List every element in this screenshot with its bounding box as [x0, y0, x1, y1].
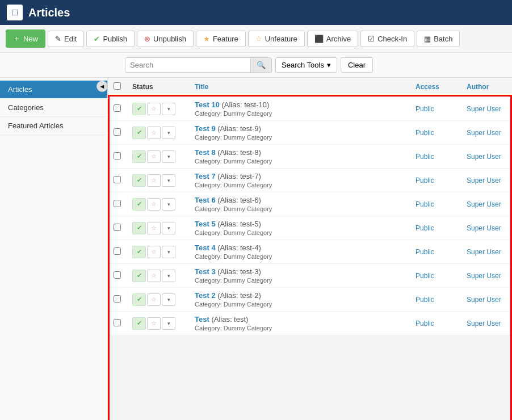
author-value[interactable]: Super User [467, 320, 501, 327]
article-title-link[interactable]: Test (Alias: test) [195, 315, 404, 324]
status-dropdown-btn[interactable]: ▾ [162, 317, 175, 330]
row-checkbox-cell [108, 96, 127, 121]
article-title-link[interactable]: Test 10 (Alias: test-10) [195, 100, 404, 109]
feature-status-btn[interactable]: ☆ [147, 293, 161, 306]
feature-button[interactable]: ★ Feature [196, 31, 246, 47]
publish-status-btn[interactable]: ✔ [132, 317, 146, 330]
row-checkbox[interactable] [114, 200, 121, 207]
article-title-link[interactable]: Test 9 (Alias: test-9) [195, 124, 404, 133]
author-value[interactable]: Super User [467, 224, 501, 232]
articles-table: Status Title Access Author [108, 78, 512, 335]
author-value[interactable]: Super User [467, 129, 501, 137]
row-access-cell: Public [410, 192, 461, 216]
feature-status-btn[interactable]: ☆ [147, 246, 161, 258]
edit-button[interactable]: ✎ Edit [48, 31, 84, 47]
row-checkbox[interactable] [114, 176, 121, 183]
article-title-link[interactable]: Test 7 (Alias: test-7) [195, 172, 404, 180]
table-row: ✔ ☆ ▾ Test 8 (Alias: test-8) Category: D… [108, 145, 512, 169]
article-meta: Category: Dummy Category [195, 253, 404, 260]
row-checkbox[interactable] [114, 152, 121, 159]
row-checkbox[interactable] [114, 295, 121, 303]
feature-status-btn[interactable]: ☆ [147, 270, 161, 282]
row-checkbox[interactable] [114, 224, 121, 231]
author-value[interactable]: Super User [467, 272, 501, 280]
checkin-button[interactable]: ☑ Check-In [360, 31, 414, 47]
content-area: Status Title Access Author [108, 78, 512, 420]
publish-status-btn[interactable]: ✔ [132, 222, 146, 234]
sidebar-item-featured[interactable]: Featured Articles [0, 117, 107, 135]
feature-status-btn[interactable]: ☆ [147, 222, 161, 234]
author-value[interactable]: Super User [467, 200, 501, 208]
batch-button[interactable]: ▦ Batch [417, 31, 460, 47]
table-row: ✔ ☆ ▾ Test 10 (Alias: test-10) Category:… [108, 96, 512, 121]
col-header-author[interactable]: Author [461, 78, 512, 96]
feature-status-btn[interactable]: ☆ [147, 174, 161, 187]
search-tools-button[interactable]: Search Tools ▾ [275, 57, 337, 73]
unfeature-button[interactable]: ☆ Unfeature [248, 31, 305, 47]
article-meta: Category: Dummy Category [195, 158, 404, 165]
feature-status-btn[interactable]: ☆ [147, 150, 161, 163]
feature-status-btn[interactable]: ☆ [147, 103, 161, 115]
publish-status-btn[interactable]: ✔ [132, 198, 146, 211]
table-row: ✔ ☆ ▾ Test 9 (Alias: test-9) Category: D… [108, 121, 512, 145]
row-checkbox[interactable] [114, 247, 121, 255]
clear-button[interactable]: Clear [341, 57, 373, 73]
author-value[interactable]: Super User [467, 177, 501, 184]
sidebar-toggle[interactable]: ◄ [96, 81, 108, 92]
article-title-link[interactable]: Test 2 (Alias: test-2) [195, 291, 404, 300]
row-status-cell: ✔ ☆ ▾ [127, 121, 189, 145]
feature-status-btn[interactable]: ☆ [147, 198, 161, 211]
status-dropdown-btn[interactable]: ▾ [162, 127, 175, 139]
row-checkbox[interactable] [114, 319, 121, 326]
publish-status-btn[interactable]: ✔ [132, 293, 146, 306]
author-value[interactable]: Super User [467, 248, 501, 256]
new-button[interactable]: ＋ New [6, 30, 45, 48]
status-dropdown-btn[interactable]: ▾ [162, 174, 175, 187]
article-title-link[interactable]: Test 6 (Alias: test-6) [195, 196, 404, 204]
row-checkbox[interactable] [114, 104, 121, 112]
status-dropdown-btn[interactable]: ▾ [162, 270, 175, 282]
row-status-cell: ✔ ☆ ▾ [127, 288, 189, 312]
article-title-link[interactable]: Test 3 (Alias: test-3) [195, 267, 404, 276]
archive-button[interactable]: ⬛ Archive [307, 31, 358, 47]
article-meta: Category: Dummy Category [195, 325, 404, 331]
author-value[interactable]: Super User [467, 153, 501, 161]
status-dropdown-btn[interactable]: ▾ [162, 150, 175, 163]
sidebar-item-categories[interactable]: Categories [0, 99, 107, 117]
status-dropdown-btn[interactable]: ▾ [162, 222, 175, 234]
sidebar-item-articles[interactable]: Articles [0, 81, 107, 99]
feature-status-btn[interactable]: ☆ [147, 127, 161, 139]
unpublish-button[interactable]: ⊗ Unpublish [137, 31, 194, 47]
row-title-cell: Test 8 (Alias: test-8) Category: Dummy C… [189, 145, 410, 169]
row-status-cell: ✔ ☆ ▾ [127, 169, 189, 192]
status-dropdown-btn[interactable]: ▾ [162, 198, 175, 211]
feature-status-btn[interactable]: ☆ [147, 317, 161, 330]
search-input[interactable] [125, 58, 250, 72]
publish-status-btn[interactable]: ✔ [132, 246, 146, 258]
publish-status-btn[interactable]: ✔ [132, 174, 146, 187]
article-title-link[interactable]: Test 5 (Alias: test-5) [195, 220, 404, 228]
table-row: ✔ ☆ ▾ Test 5 (Alias: test-5) Category: D… [108, 216, 512, 240]
row-checkbox[interactable] [114, 128, 121, 136]
select-all-checkbox[interactable] [114, 82, 121, 90]
table-row: ✔ ☆ ▾ Test 4 (Alias: test-4) Category: D… [108, 240, 512, 264]
status-dropdown-btn[interactable]: ▾ [162, 293, 175, 306]
author-value[interactable]: Super User [467, 296, 501, 304]
row-access-cell: Public [410, 121, 461, 145]
status-dropdown-btn[interactable]: ▾ [162, 103, 175, 115]
status-dropdown-btn[interactable]: ▾ [162, 246, 175, 258]
publish-status-btn[interactable]: ✔ [132, 270, 146, 282]
publish-button[interactable]: ✔ Publish [86, 31, 135, 47]
col-header-title[interactable]: Title [189, 78, 410, 96]
search-submit-button[interactable]: 🔍 [250, 58, 271, 72]
author-value[interactable]: Super User [467, 105, 501, 113]
publish-status-btn[interactable]: ✔ [132, 127, 146, 139]
access-value: Public [416, 200, 434, 208]
row-checkbox[interactable] [114, 271, 121, 279]
article-title-link[interactable]: Test 4 (Alias: test-4) [195, 243, 404, 252]
publish-status-btn[interactable]: ✔ [132, 150, 146, 163]
publish-status-btn[interactable]: ✔ [132, 103, 146, 115]
access-value: Public [416, 248, 434, 256]
col-header-access[interactable]: Access [410, 78, 461, 96]
article-title-link[interactable]: Test 8 (Alias: test-8) [195, 148, 404, 157]
